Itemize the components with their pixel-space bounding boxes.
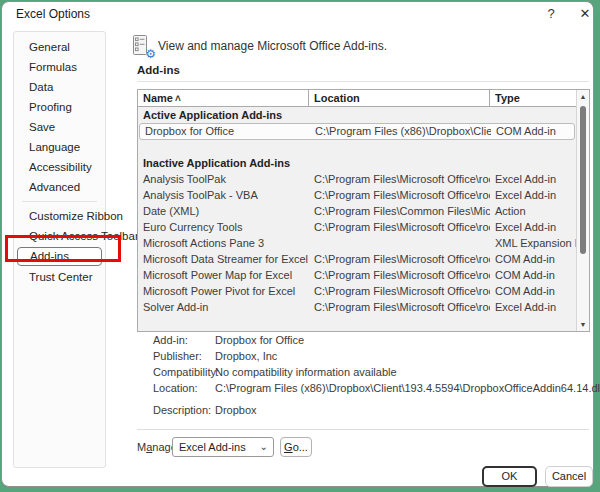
sidebar-item-general[interactable]: General [14, 37, 105, 57]
table-body: Active Application Add-ins Dropbox for O… [138, 107, 576, 331]
help-icon[interactable]: ? [540, 5, 562, 23]
scroll-down-icon[interactable]: ▼ [577, 321, 589, 328]
group-header-active: Active Application Add-ins [138, 107, 576, 123]
sidebar-item-accessibility[interactable]: Accessibility [14, 157, 105, 177]
sidebar-item-language[interactable]: Language [14, 137, 105, 157]
gear-icon: ⚙ [145, 47, 156, 61]
detail-value: C:\Program Files (x86)\Dropbox\Client\19… [215, 380, 600, 396]
detail-label: Location: [153, 380, 215, 396]
column-header-name[interactable]: Name˄ [138, 90, 309, 106]
sidebar-item-quick-access-toolbar[interactable]: Quick Access Toolbar [14, 226, 105, 246]
dialog-title: Excel Options [16, 7, 90, 21]
detail-compatibility: Compatibility: No compatibility informat… [153, 364, 585, 380]
sidebar-item-save[interactable]: Save [14, 117, 105, 137]
sidebar-item-trust-center[interactable]: Trust Center [14, 267, 105, 287]
close-icon[interactable]: ✕ [574, 5, 596, 23]
table-row-microsoft-actions-pane-3[interactable]: Microsoft Actions Pane 3 XML Expansion P… [138, 235, 576, 251]
options-sidebar: General Formulas Data Proofing Save Lang… [13, 31, 106, 468]
detail-value: Dropbox [215, 402, 585, 418]
detail-label: Description: [153, 402, 215, 418]
addins-table: Name˄ Location Type Active Application A… [137, 89, 590, 332]
column-header-location[interactable]: Location [309, 90, 490, 106]
page-description: View and manage Microsoft Office Add-ins… [158, 39, 387, 53]
table-row-microsoft-data-streamer[interactable]: Microsoft Data Streamer for Excel C:\Pro… [138, 251, 576, 267]
detail-addin: Add-in: Dropbox for Office [153, 332, 585, 348]
group-header-inactive: Inactive Application Add-ins [138, 155, 576, 171]
sidebar-item-proofing[interactable]: Proofing [14, 97, 105, 117]
go-button[interactable]: Go... [280, 437, 312, 457]
detail-location: Location: C:\Program Files (x86)\Dropbox… [153, 380, 585, 396]
detail-value: Dropbox for Office [215, 332, 585, 348]
detail-publisher: Publisher: Dropbox, Inc [153, 348, 585, 364]
section-divider [137, 81, 589, 82]
table-row-dropbox-for-office[interactable]: Dropbox for Office C:\Program Files (x86… [139, 123, 575, 140]
addins-section-label: Add-ins [137, 64, 180, 76]
group-spacer [138, 140, 576, 155]
chevron-down-icon: ⌄ [260, 438, 268, 456]
sort-asc-icon: ˄ [175, 93, 181, 104]
detail-value: Dropbox, Inc [215, 348, 585, 364]
excel-options-dialog: Excel Options ? ✕ General Formulas Data … [1, 1, 594, 487]
scroll-up-icon[interactable]: ▲ [577, 93, 589, 100]
table-row-microsoft-power-pivot[interactable]: Microsoft Power Pivot for Excel C:\Progr… [138, 283, 576, 299]
detail-label: Compatibility: [153, 364, 215, 380]
table-row-analysis-toolpak[interactable]: Analysis ToolPak C:\Program Files\Micros… [138, 171, 576, 187]
sidebar-item-add-ins[interactable]: Add-ins [17, 247, 102, 266]
addin-details: Add-in: Dropbox for Office Publisher: Dr… [153, 332, 585, 418]
scrollbar-thumb[interactable] [580, 106, 586, 254]
sidebar-item-customize-ribbon[interactable]: Customize Ribbon [14, 206, 105, 226]
table-scrollbar[interactable]: ▲ ▼ [576, 90, 589, 331]
table-row-solver-add-in[interactable]: Solver Add-in C:\Program Files\Microsoft… [138, 299, 576, 315]
detail-description: Description: Dropbox [153, 402, 585, 418]
table-header-row: Name˄ Location Type [138, 90, 577, 107]
table-row-analysis-toolpak-vba[interactable]: Analysis ToolPak - VBA C:\Program Files\… [138, 187, 576, 203]
table-row-date-xml[interactable]: Date (XML) C:\Program Files\Common Files… [138, 203, 576, 219]
sidebar-divider [22, 201, 97, 202]
detail-label: Publisher: [153, 348, 215, 364]
detail-label: Add-in: [153, 332, 215, 348]
column-header-type[interactable]: Type [490, 90, 577, 106]
ok-button[interactable]: OK [482, 466, 537, 487]
manage-dropdown-value: Excel Add-ins [179, 441, 246, 453]
cancel-button[interactable]: Cancel [545, 466, 593, 487]
table-row-microsoft-power-map[interactable]: Microsoft Power Map for Excel C:\Program… [138, 267, 576, 283]
detail-value: No compatibility information available [215, 364, 585, 380]
bottom-divider [137, 429, 589, 430]
sidebar-item-advanced[interactable]: Advanced [14, 177, 105, 197]
sidebar-item-data[interactable]: Data [14, 77, 105, 97]
manage-dropdown[interactable]: Excel Add-ins ⌄ [172, 437, 274, 457]
addins-page-icon: ⚙ [129, 33, 153, 57]
table-row-euro-currency-tools[interactable]: Euro Currency Tools C:\Program Files\Mic… [138, 219, 576, 235]
sidebar-item-formulas[interactable]: Formulas [14, 57, 105, 77]
